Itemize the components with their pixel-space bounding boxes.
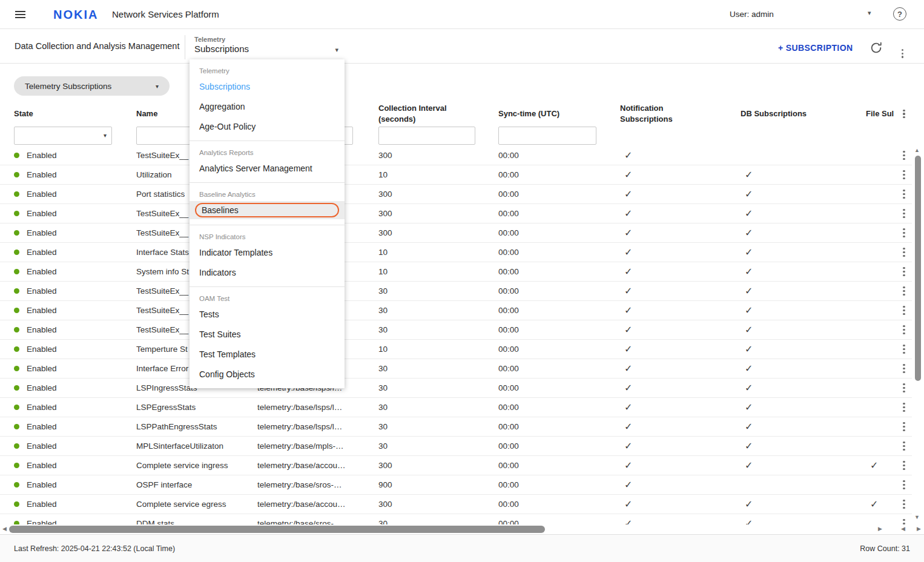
table-row[interactable]: EnabledLSPIngressStatstelemetry:/base/ls… [0, 379, 924, 398]
cell-sync-time: 00:00 [498, 364, 620, 373]
row-kebab-icon[interactable] [895, 285, 913, 297]
menu-item-tests[interactable]: Tests [190, 304, 345, 324]
row-kebab-icon[interactable] [895, 169, 913, 180]
menu-item-test-templates[interactable]: Test Templates [190, 344, 345, 364]
vertical-scroll-thumb[interactable] [915, 156, 921, 381]
column-header-file[interactable]: File Sul [866, 108, 895, 119]
menu-section-label: NSP Indicators [190, 228, 345, 242]
cell-sync-time: 00:00 [498, 403, 620, 412]
table-row[interactable]: EnabledLSPPathEngressStatstelemetry:/bas… [0, 417, 924, 437]
row-kebab-icon[interactable] [895, 324, 913, 336]
table-row[interactable]: EnabledComplete service egresstelemetry:… [0, 495, 924, 514]
scroll-left-icon[interactable]: ◀ [2, 526, 7, 532]
state-label: Enabled [27, 248, 57, 257]
toolbar-kebab-icon[interactable] [900, 42, 905, 59]
row-kebab-icon[interactable] [895, 343, 913, 355]
vertical-scrollbar[interactable]: ▲ ▼ [912, 146, 924, 524]
table-row[interactable]: EnabledOSPF interfacetelemetry:/base/sro… [0, 475, 924, 495]
pinned-scroll-left-icon[interactable]: ◀ [901, 526, 905, 532]
table-row[interactable]: EnabledLSPEgressStatstelemetry:/base/lsp… [0, 398, 924, 417]
row-kebab-icon[interactable] [895, 363, 913, 374]
table-row[interactable]: EnabledSystem info St…1000:00✓✓ [0, 262, 924, 282]
menu-item-indicators[interactable]: Indicators [190, 262, 345, 282]
table-row[interactable]: EnabledTemperture St…1000:00✓✓ [0, 340, 924, 359]
column-header-synctime[interactable]: Sync-time (UTC) [498, 108, 620, 119]
view-pill-dropdown[interactable]: Telemetry Subscriptions ▾ [14, 76, 170, 96]
row-kebab-icon[interactable] [895, 227, 913, 239]
state-filter[interactable]: ▾ [14, 127, 112, 145]
kebab-dots [902, 402, 906, 413]
pinned-scroll-right-icon[interactable]: ▶ [917, 526, 921, 532]
column-header-db[interactable]: DB Subscriptions [741, 108, 866, 119]
help-icon[interactable]: ? [893, 7, 906, 21]
table-row[interactable]: EnabledTestSuiteEx__…3000:00✓✓ [0, 301, 924, 320]
row-kebab-icon[interactable] [895, 208, 913, 219]
menu-item-test-suites[interactable]: Test Suites [190, 324, 345, 344]
view-selector[interactable]: Telemetry Subscriptions ▾ [194, 33, 345, 61]
cell-state: Enabled [14, 480, 136, 489]
app-title: Network Services Platform [112, 9, 219, 19]
cell-notification-subscriptions: ✓ [620, 266, 741, 277]
row-kebab-icon[interactable] [895, 246, 913, 258]
table-row[interactable]: EnabledInterface Error…3000:00✓✓ [0, 359, 924, 379]
table-row[interactable]: EnabledUtilization…1000:00✓✓ [0, 165, 924, 185]
menu-item-config-objects[interactable]: Config Objects [190, 364, 345, 384]
row-kebab-icon[interactable] [895, 188, 913, 200]
table-row[interactable]: EnabledTestSuiteEx__…30000:00✓ [0, 146, 924, 165]
cell-notification-subscriptions: ✓ [620, 402, 741, 413]
menu-item-indicator-templates[interactable]: Indicator Templates [190, 242, 345, 262]
table-row[interactable]: EnabledTestSuiteEx__…3000:00✓✓ [0, 282, 924, 301]
menu-item-aggregation[interactable]: Aggregation [190, 96, 345, 116]
header-kebab-icon[interactable] [895, 108, 913, 120]
row-kebab-icon[interactable] [895, 382, 913, 394]
scroll-down-icon[interactable]: ▼ [914, 514, 920, 520]
row-kebab-icon[interactable] [895, 460, 913, 471]
table-row[interactable]: EnabledTestSuiteEx__…30000:00✓✓ [0, 204, 924, 223]
row-kebab-icon[interactable] [895, 440, 913, 452]
view-selected-label: Subscriptions [194, 44, 345, 54]
kebab-dots [902, 246, 906, 258]
cell-sync-time: 00:00 [498, 306, 620, 315]
table-row[interactable]: EnabledComplete service ingresstelemetry… [0, 456, 924, 475]
menu-item-analytics-server-management[interactable]: Analytics Server Management [190, 158, 345, 178]
scroll-right-icon[interactable]: ▶ [878, 526, 882, 532]
row-kebab-icon[interactable] [895, 266, 913, 277]
kebab-dots [902, 305, 906, 316]
breadcrumb: Data Collection and Analysis Management [15, 41, 179, 51]
state-label: Enabled [27, 151, 57, 160]
chevron-down-icon[interactable]: ▾ [868, 9, 871, 17]
cell-db-subscriptions: ✓ [741, 246, 866, 258]
row-kebab-icon[interactable] [895, 498, 913, 510]
row-kebab-icon[interactable] [895, 421, 913, 432]
scroll-up-icon[interactable]: ▲ [914, 147, 920, 153]
column-header-state[interactable]: State [14, 108, 136, 119]
row-kebab-icon[interactable] [895, 479, 913, 491]
menu-item-baselines[interactable]: Baselines [190, 201, 345, 219]
interval-filter-input[interactable] [378, 127, 475, 145]
column-header-interval[interactable]: Collection Interval (seconds) [378, 103, 498, 124]
cell-sync-time: 00:00 [498, 461, 620, 470]
table-row[interactable]: EnabledPort statistics…30000:00✓✓ [0, 185, 924, 204]
horizontal-scrollbar[interactable]: ◀ ▶ ◀ ▶ [0, 524, 924, 534]
table-row[interactable]: EnabledInterface Stats…1000:00✓✓ [0, 243, 924, 262]
menu-item-age-out-policy[interactable]: Age-Out Policy [190, 116, 345, 136]
hamburger-icon[interactable] [15, 11, 25, 18]
row-kebab-icon[interactable] [895, 305, 913, 316]
kebab-dots [902, 382, 906, 394]
table-row[interactable]: EnabledTestSuiteEx__…3000:00✓✓ [0, 320, 924, 340]
menu-item-subscriptions[interactable]: Subscriptions [190, 76, 345, 96]
column-header-notification[interactable]: Notification Subscriptions [620, 103, 741, 124]
table-row[interactable]: EnabledTestSuiteEx__…30000:00✓✓ [0, 223, 924, 243]
row-kebab-icon[interactable] [895, 150, 913, 161]
enabled-dot-icon [14, 463, 19, 468]
synctime-filter-input[interactable] [498, 127, 596, 145]
user-menu-label[interactable]: User: admin [730, 10, 774, 19]
filter-row: ▾ [0, 125, 924, 146]
row-kebab-icon[interactable] [895, 402, 913, 413]
refresh-icon[interactable] [870, 41, 883, 55]
horizontal-scroll-thumb[interactable] [9, 526, 545, 533]
enabled-dot-icon [14, 405, 19, 410]
table-row[interactable]: EnabledMPLSinterfaceUtilizatontelemetry:… [0, 437, 924, 456]
enabled-dot-icon [14, 327, 19, 332]
add-subscription-button[interactable]: + SUBSCRIPTION [778, 43, 853, 53]
